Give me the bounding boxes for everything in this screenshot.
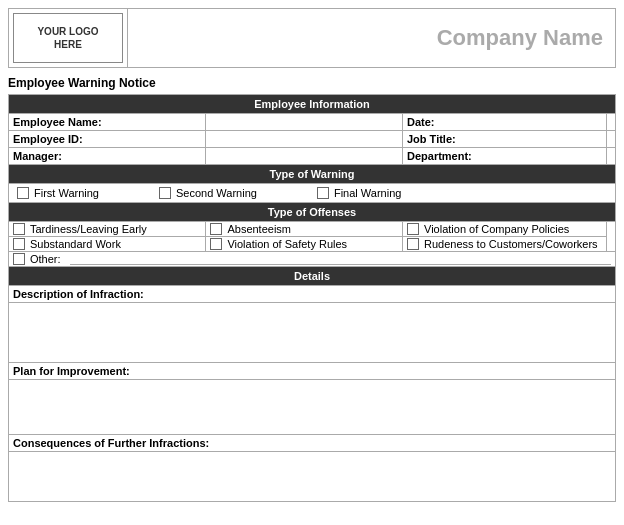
description-content-row	[9, 303, 616, 363]
department-value[interactable]	[607, 148, 616, 165]
date-label: Date:	[403, 114, 607, 131]
consequences-content-row	[9, 452, 616, 502]
absenteeism-option[interactable]: Absenteeism	[210, 223, 398, 235]
final-warning-checkbox[interactable]	[317, 187, 329, 199]
tardiness-checkbox[interactable]	[13, 223, 25, 235]
plan-content[interactable]	[9, 380, 616, 435]
consequences-label: Consequences of Further Infractions:	[9, 435, 616, 452]
department-label: Department:	[403, 148, 607, 165]
employee-info-header: Employee Information	[9, 95, 616, 114]
other-value[interactable]	[70, 253, 611, 265]
consequences-content[interactable]	[9, 452, 616, 502]
other-row: Other:	[9, 252, 616, 267]
type-of-warning-header: Type of Warning	[9, 165, 616, 184]
employee-id-row: Employee ID: Job Title:	[9, 131, 616, 148]
employee-name-row: Employee Name: Date:	[9, 114, 616, 131]
company-policies-label: Violation of Company Policies	[424, 223, 569, 235]
rudeness-label: Rudeness to Customers/Coworkers	[424, 238, 598, 250]
plan-label-row: Plan for Improvement:	[9, 363, 616, 380]
logo-box: YOUR LOGOHERE	[13, 13, 123, 63]
final-warning-option[interactable]: Final Warning	[317, 187, 401, 199]
other-option[interactable]: Other:	[13, 253, 611, 265]
date-value[interactable]	[607, 114, 616, 131]
logo-text: YOUR LOGOHERE	[37, 25, 98, 51]
description-content[interactable]	[9, 303, 616, 363]
company-name: Company Name	[366, 9, 616, 67]
details-header: Details	[9, 267, 616, 286]
consequences-label-row: Consequences of Further Infractions:	[9, 435, 616, 452]
first-warning-option[interactable]: First Warning	[17, 187, 99, 199]
tardiness-option[interactable]: Tardiness/Leaving Early	[13, 223, 201, 235]
other-label: Other:	[30, 253, 61, 265]
employee-id-value[interactable]	[206, 131, 403, 148]
substandard-label: Substandard Work	[30, 238, 121, 250]
safety-rules-option[interactable]: Violation of Safety Rules	[210, 238, 398, 250]
other-checkbox[interactable]	[13, 253, 25, 265]
company-policies-checkbox[interactable]	[407, 223, 419, 235]
header: YOUR LOGOHERE Company Name	[8, 8, 616, 68]
company-policies-option[interactable]: Violation of Company Policies	[407, 223, 602, 235]
second-warning-option[interactable]: Second Warning	[159, 187, 257, 199]
employee-id-label: Employee ID:	[9, 131, 206, 148]
first-warning-label: First Warning	[34, 187, 99, 199]
main-table: Employee Information Employee Name: Date…	[8, 94, 616, 502]
manager-row: Manager: Department:	[9, 148, 616, 165]
safety-rules-label: Violation of Safety Rules	[227, 238, 347, 250]
offense-row-1: Tardiness/Leaving Early Absenteeism Viol…	[9, 222, 616, 237]
first-warning-checkbox[interactable]	[17, 187, 29, 199]
rudeness-checkbox[interactable]	[407, 238, 419, 250]
offense-row-2: Substandard Work Violation of Safety Rul…	[9, 237, 616, 252]
rudeness-option[interactable]: Rudeness to Customers/Coworkers	[407, 238, 602, 250]
second-warning-checkbox[interactable]	[159, 187, 171, 199]
absenteeism-label: Absenteeism	[227, 223, 291, 235]
safety-rules-checkbox[interactable]	[210, 238, 222, 250]
description-label: Description of Infraction:	[9, 286, 616, 303]
substandard-checkbox[interactable]	[13, 238, 25, 250]
employee-name-value[interactable]	[206, 114, 403, 131]
manager-label: Manager:	[9, 148, 206, 165]
form-title: Employee Warning Notice	[8, 76, 616, 90]
second-warning-label: Second Warning	[176, 187, 257, 199]
manager-value[interactable]	[206, 148, 403, 165]
type-of-offenses-header: Type of Offenses	[9, 203, 616, 222]
plan-label: Plan for Improvement:	[9, 363, 616, 380]
plan-content-row	[9, 380, 616, 435]
tardiness-label: Tardiness/Leaving Early	[30, 223, 147, 235]
description-label-row: Description of Infraction:	[9, 286, 616, 303]
job-title-label: Job Title:	[403, 131, 607, 148]
final-warning-label: Final Warning	[334, 187, 401, 199]
substandard-option[interactable]: Substandard Work	[13, 238, 201, 250]
job-title-value[interactable]	[607, 131, 616, 148]
warning-options-row: First Warning Second Warning Final Warni…	[9, 184, 616, 203]
absenteeism-checkbox[interactable]	[210, 223, 222, 235]
employee-name-label: Employee Name:	[9, 114, 206, 131]
